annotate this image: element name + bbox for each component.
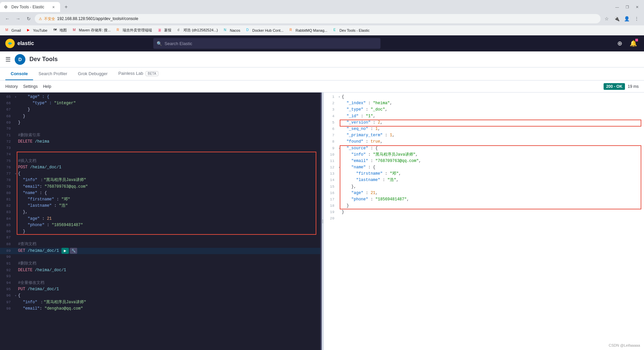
elastic-logo[interactable]: elastic — [5, 39, 34, 48]
help-circle-button[interactable]: ⊕ — [615, 38, 625, 49]
new-tab-button[interactable]: + — [61, 2, 71, 12]
settings-link[interactable]: Settings — [23, 84, 37, 89]
resp-line-number: 8 — [326, 139, 338, 145]
elastic-topnav: elastic 🔍 Search Elastic ⊕ 🔔 — [0, 35, 644, 51]
security-icon: ⚠ — [39, 17, 42, 21]
tab-console[interactable]: Console — [5, 68, 33, 80]
docker-favicon: D — [246, 28, 251, 33]
elastic-main: 65▾ "age" : {66 "type" : "integer"67 }68… — [0, 93, 644, 350]
line-number: 94 — [3, 280, 15, 286]
bookmark-maps[interactable]: 🗺 地图 — [51, 27, 69, 33]
menu-button[interactable]: ⋮ — [632, 14, 641, 23]
line-number: 74 — [3, 152, 15, 158]
bookmark-ruiji-label: 瑞吉外卖管理端端 — [123, 28, 152, 33]
response-line: 11 "email" : "768709763@qq.com", — [324, 158, 644, 164]
line-number: 87 — [3, 235, 15, 241]
bookmark-docker[interactable]: D Docker Hub Cont... — [244, 27, 286, 33]
bookmark-devtools-label: Dev Tools - Elastic — [339, 28, 369, 32]
editor-line: 71#删除索引库 — [0, 132, 320, 139]
reload-button[interactable]: ↻ — [24, 14, 33, 23]
run-button[interactable]: ▶ — [61, 248, 69, 254]
back-button[interactable]: ← — [3, 14, 12, 23]
csdn-footer: CSDN @Leifaaaaa — [609, 343, 640, 347]
csdn-footer-text: CSDN @Leifaaaaa — [609, 343, 640, 347]
bookmark-denghao[interactable]: d 邓浩 (dh12582524...) — [175, 27, 220, 33]
editor-content[interactable]: 65▾ "age" : {66 "type" : "integer"67 }68… — [0, 93, 320, 350]
hamburger-button[interactable]: ☰ — [5, 56, 11, 63]
line-number: 69 — [3, 120, 15, 126]
elastic-toolbar: History Settings Help 200 - OK 19 ms — [0, 80, 644, 93]
status-badge: 200 - OK — [604, 83, 625, 90]
editor-line: 69} — [0, 120, 320, 126]
history-link[interactable]: History — [5, 84, 18, 89]
editor-line: 77▾{ — [0, 171, 320, 177]
line-number: 98 — [3, 306, 15, 312]
nacos-favicon: N — [224, 28, 228, 33]
bookmark-ruiji[interactable]: R 瑞吉外卖管理端端 — [114, 27, 155, 33]
line-number: 95 — [3, 287, 15, 293]
help-link[interactable]: Help — [43, 84, 51, 89]
tab-search-profiler[interactable]: Search Profiler — [33, 68, 72, 80]
line-number: 79 — [3, 184, 15, 190]
search-icon: 🔍 — [157, 41, 162, 46]
splitter-handle — [322, 220, 323, 223]
page-title: Dev Tools — [29, 56, 58, 63]
editor-line: 80 "name" : { — [0, 190, 320, 196]
editor-line: 92DELETE /heima/_doc/1 — [0, 267, 320, 274]
editor-line: 73 — [0, 145, 320, 152]
line-number: 75 — [3, 158, 15, 164]
bookmarks-bar: M Gmail ▶ YouTube 🗺 地图 M Maven 存储库: 搜...… — [0, 25, 644, 35]
bookmark-maven[interactable]: M Maven 存储库: 搜... — [70, 27, 113, 33]
response-content[interactable]: 1▾{2 "_index" : "heima",3 "_type" : "_do… — [324, 93, 644, 350]
elastic-search-bar[interactable]: 🔍 Search Elastic — [153, 38, 380, 49]
profile-button[interactable]: 👤 — [622, 14, 631, 23]
line-number: 77 — [3, 171, 15, 177]
browser-chrome: ⚙ Dev Tools - Elastic ✕ + — ❐ ✕ ← → ↻ ⚠ … — [0, 0, 644, 35]
toolbar-left: History Settings Help — [5, 84, 51, 89]
resp-line-number: 17 — [326, 197, 338, 203]
tab-close-button[interactable]: ✕ — [51, 4, 56, 10]
restore-button[interactable]: ❐ — [623, 4, 632, 10]
editor-line: 91#删除文档 — [0, 260, 320, 267]
address-input[interactable]: ⚠ 不安全 192.168.88.128:5601/app/dev_tools#… — [35, 14, 601, 23]
editor-line: 95PUT /heima/_doc/1 — [0, 286, 320, 293]
security-label: 不安全 — [44, 16, 55, 21]
toolbar-right: 200 - OK 19 ms — [604, 83, 639, 90]
resp-line-number: 2 — [326, 101, 338, 107]
editor-line: 66 "type" : "integer" — [0, 100, 320, 107]
bookmark-youtube[interactable]: ▶ YouTube — [24, 27, 50, 33]
editor-line: 74 — [0, 152, 320, 158]
bookmark-star-button[interactable]: ☆ — [602, 14, 611, 23]
response-line: 4 "_id" : "1", — [324, 113, 644, 120]
resp-line-number: 20 — [326, 216, 338, 222]
line-number: 66 — [3, 101, 15, 107]
close-button[interactable]: ✕ — [633, 4, 641, 10]
bookmark-gmail[interactable]: M Gmail — [3, 27, 24, 33]
bookmark-rabbitmq[interactable]: R RabbitMQ Manag... — [287, 27, 330, 33]
ruiji-favicon: R — [117, 28, 121, 33]
bookmark-nacos[interactable]: N Nacos — [221, 27, 243, 33]
editor-line: 93 — [0, 274, 320, 280]
tab-painless-lab[interactable]: Painless Lab BETA — [113, 67, 163, 80]
line-number: 83 — [3, 209, 15, 215]
resp-line-number: 13 — [326, 171, 338, 177]
tab-grok-debugger[interactable]: Grok Debugger — [72, 68, 113, 80]
line-number: 93 — [3, 274, 15, 280]
editor-line: 85 "phone" : "18569481487" — [0, 222, 320, 228]
resp-line-number: 5 — [326, 120, 338, 126]
editor-line: 97 "info" ："黑马程序员Java讲师" — [0, 299, 320, 306]
line-number: 88 — [3, 241, 15, 247]
forward-button[interactable]: → — [13, 14, 23, 23]
wrench-button[interactable]: 🔧 — [70, 248, 77, 254]
bookmark-devtools[interactable]: E Dev Tools - Elastic — [331, 27, 372, 33]
line-number: 82 — [3, 203, 15, 209]
line-number: 86 — [3, 229, 15, 235]
minimize-button[interactable]: — — [613, 4, 622, 10]
active-tab[interactable]: ⚙ Dev Tools - Elastic ✕ — [0, 2, 60, 12]
bookmark-shubao[interactable]: 薯 薯报 — [155, 27, 174, 33]
notifications-button[interactable]: 🔔 — [628, 38, 639, 49]
resp-line-number: 10 — [326, 152, 338, 158]
editor-pane: 65▾ "age" : {66 "type" : "integer"67 }68… — [0, 93, 322, 350]
maven-favicon: M — [73, 28, 77, 33]
extensions-button[interactable]: 🔌 — [612, 14, 621, 23]
